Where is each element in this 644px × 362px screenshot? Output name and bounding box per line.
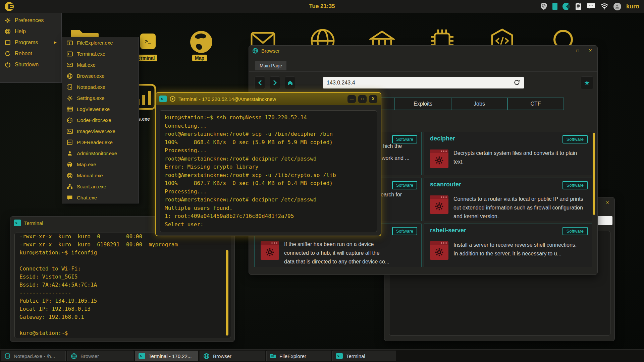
taskbar-item-label: Terminal - 170.22... [149, 353, 192, 359]
clock: Tue 21:35 [0, 3, 644, 10]
close-button[interactable]: X [604, 199, 611, 206]
person-icon [67, 150, 73, 156]
software-badge: Software [562, 227, 588, 235]
taskbar-item-notepad[interactable]: Notepad.exe - /h... [1, 351, 66, 361]
tab-exploits[interactable]: Exploits [395, 98, 451, 110]
star-icon: ★ [584, 79, 590, 87]
taskbar-item-browser-1[interactable]: Browser [67, 351, 133, 361]
bookmark-button[interactable]: ★ [581, 76, 593, 89]
browser-page-tab[interactable]: Main Page [255, 61, 286, 70]
submenu-item-fileexplorer[interactable]: FileExplorer.exe [62, 37, 139, 48]
globe-icon [203, 353, 210, 359]
submenu-item-label: Map.exe [77, 162, 96, 167]
notepad-icon [67, 84, 73, 90]
terminal-icon: >_ [159, 96, 167, 102]
submenu-item-label: FileExplorer.exe [77, 40, 113, 46]
remote-terminal-body[interactable]: kuro@station:~$ ssh root@Nessn 170.220.5… [160, 110, 377, 232]
home-button[interactable] [285, 76, 295, 89]
chevron-right-icon [273, 80, 277, 86]
chat-bubble-icon [67, 195, 73, 200]
submenu-item-scanlan[interactable]: ScanLan.exe [62, 181, 139, 192]
tab-ctf[interactable]: CTF [507, 98, 564, 110]
submenu-item-pdfreader[interactable]: PDF PDFReader.exe [62, 137, 139, 148]
desktop-map-icon[interactable] [189, 29, 214, 54]
chevron-left-icon [258, 80, 262, 86]
submenu-item-map[interactable]: Map.exe [62, 159, 139, 170]
software-title: rshell-server [430, 227, 466, 234]
tab-jobs[interactable]: Jobs [451, 98, 507, 110]
desktop-terminal-icon[interactable]: >_ [140, 34, 156, 49]
terminal-scrollbar[interactable] [226, 250, 228, 336]
local-terminal-title: Terminal [24, 220, 43, 226]
desktop-map-label[interactable]: Map [192, 55, 207, 61]
menu-item-shutdown[interactable]: Shutdown [0, 59, 61, 70]
submenu-item-label: Terminal.exe [77, 51, 105, 57]
maximize-button[interactable]: □ [574, 47, 581, 54]
taskbar-item-browser-2[interactable]: Browser [200, 351, 265, 361]
network-icon [67, 184, 73, 189]
remote-terminal-window[interactable]: >_ Terminal - 170.220.52.14@Amerstainckn… [155, 92, 381, 236]
software-description: If the sniffer has been run on a device … [284, 240, 419, 266]
terminal-icon: >_ [14, 220, 21, 226]
local-terminal-body[interactable]: -rwxr-xr-x kuro kuro 0 00:00 -rwxr-xr-x … [14, 233, 231, 338]
submenu-item-mail[interactable]: Mail.exe [62, 59, 139, 70]
terminal-icon: >_ [139, 353, 145, 359]
menu-item-reboot[interactable]: Reboot [0, 48, 61, 59]
submenu-item-codeeditor[interactable]: CodeEditor.exe [62, 115, 139, 126]
image-icon [67, 129, 73, 134]
submenu-item-chat[interactable]: Chat.exe [62, 192, 139, 203]
home-icon [287, 80, 293, 86]
taskbar-item-fileexplorer[interactable]: FileExplorer [266, 351, 331, 361]
software-row-decipher[interactable]: decipher Software Decrypts certain syste… [424, 132, 592, 175]
gear-icon [265, 248, 274, 257]
software-badge: Software [392, 135, 417, 143]
close-button[interactable]: X [369, 95, 377, 103]
menu-item-help[interactable]: Help [0, 26, 61, 37]
maximize-button[interactable]: □ [358, 95, 367, 103]
menu-item-preferences[interactable]: Preferences [0, 15, 61, 26]
submenu-arrow-icon: ▶ [54, 40, 57, 45]
submenu-item-label: CodeEditor.exe [77, 117, 111, 123]
close-button[interactable]: X [587, 47, 594, 54]
table-icon [67, 107, 73, 112]
remote-terminal-output: kuro@station:~$ ssh root@Nessn 170.220.5… [160, 111, 377, 232]
submenu-item-settings[interactable]: Settings.exe [62, 93, 139, 104]
software-row-rshell-server[interactable]: rshell-server Software Install a server … [424, 224, 592, 267]
software-description: Install a server to receive reverse shel… [453, 241, 588, 258]
submenu-item-label: AdminMonitor.exe [77, 150, 117, 156]
submenu-item-label: Chat.exe [77, 195, 97, 200]
browser-titlebar[interactable]: Browser — □ X [249, 46, 597, 56]
minimize-button[interactable]: — [561, 47, 569, 54]
minimize-button[interactable]: — [347, 95, 356, 103]
remote-terminal-titlebar[interactable]: >_ Terminal - 170.220.52.14@Amerstainckn… [156, 93, 381, 105]
software-app-icon [430, 149, 448, 168]
submenu-item-label: Settings.exe [77, 95, 105, 101]
submenu-item-imageviewer[interactable]: ImageViewer.exe [62, 126, 139, 137]
submenu-item-terminal[interactable]: Terminal.exe [62, 48, 139, 59]
refresh-icon[interactable] [514, 79, 520, 86]
menu-item-programs[interactable]: Programs ▶ [0, 37, 61, 48]
submenu-item-manual[interactable]: Manual.exe [62, 170, 139, 181]
submenu-item-browser[interactable]: Browser.exe [62, 70, 139, 81]
browser-scrollbar[interactable] [593, 133, 595, 215]
taskbar-item-local-terminal[interactable]: >_ Terminal [332, 351, 396, 361]
taskbar-item-label: Terminal [346, 353, 365, 359]
folder-icon [270, 353, 276, 359]
mail-icon [67, 62, 73, 67]
gear-icon [435, 202, 444, 211]
taskbar-item-remote-terminal[interactable]: >_ Terminal - 170.22... [135, 351, 198, 361]
description-fragment: earch for [381, 192, 402, 198]
software-badge: Software [562, 135, 588, 143]
terminal-tile-glyph: >_ [140, 34, 156, 49]
url-input[interactable] [323, 77, 524, 88]
globe-icon [71, 353, 77, 359]
software-row-scanrouter[interactable]: scanrouter Software Connects to a router… [424, 178, 592, 221]
terminal-icon [67, 51, 73, 57]
submenu-item-logviewer[interactable]: LogViewer.exe [62, 104, 139, 115]
software-app-icon [261, 241, 279, 260]
forward-button[interactable] [270, 76, 280, 89]
submenu-item-notepad[interactable]: Notepad.exe [62, 81, 139, 93]
taskbar-item-label: Browser [213, 353, 231, 359]
back-button[interactable] [255, 76, 265, 89]
submenu-item-adminmonitor[interactable]: AdminMonitor.exe [62, 148, 139, 159]
